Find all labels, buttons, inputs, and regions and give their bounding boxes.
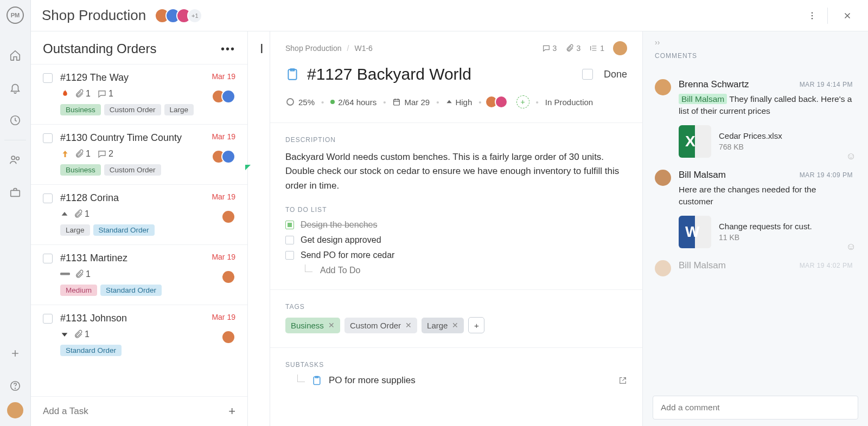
comments-label: COMMENTS — [655, 52, 853, 60]
comment-avatar[interactable] — [655, 170, 671, 186]
column-title: Outstanding Orders — [43, 41, 221, 56]
file-name: Cedar Prices.xlsx — [719, 131, 782, 140]
attachment-icon — [74, 149, 84, 159]
tag-chip[interactable]: Large✕ — [422, 318, 464, 333]
description-text[interactable]: Backyard World needs custom benches. Thi… — [285, 150, 627, 193]
todo-text: Get design approved — [301, 235, 381, 245]
rail-divider — [4, 140, 26, 140]
file-attachment[interactable]: W Change requests for cust.11 KB — [679, 216, 853, 248]
done-checkbox[interactable] — [582, 69, 593, 80]
attachment-count[interactable]: 3 — [565, 44, 580, 53]
todo-checkbox[interactable] — [285, 251, 294, 260]
todo-item[interactable]: Get design approved — [285, 235, 627, 245]
subtask-count[interactable]: 1 — [589, 44, 604, 53]
task-checkbox[interactable] — [43, 133, 53, 143]
priority-icon — [60, 330, 69, 339]
todo-checkbox[interactable] — [285, 236, 294, 244]
header-divider — [827, 8, 828, 24]
project-header: Shop Production +1 — [31, 0, 868, 31]
kebab-menu-icon[interactable] — [802, 6, 822, 25]
clock-icon[interactable] — [9, 114, 22, 127]
todo-item[interactable]: Design the benches — [285, 220, 627, 230]
tag: Standard Order — [60, 345, 122, 356]
remove-tag-icon[interactable]: ✕ — [328, 321, 335, 330]
comment-item: Brenna SchwartzMAR 19 4:14 PM Bill Malsa… — [655, 79, 853, 158]
help-icon[interactable] — [9, 379, 22, 392]
add-todo-input[interactable] — [320, 266, 429, 275]
people-icon[interactable] — [9, 153, 22, 166]
svg-point-8 — [812, 17, 813, 19]
column-menu-icon[interactable]: ••• — [221, 43, 235, 55]
task-owner-avatar[interactable] — [613, 41, 627, 55]
project-member-avatars[interactable]: +1 — [159, 8, 202, 23]
task-card[interactable]: #1130 Country Time County Mar 19 1 2 Bus… — [31, 124, 247, 184]
attachment-icon — [73, 330, 83, 339]
close-icon[interactable] — [838, 6, 857, 25]
add-tag-button[interactable]: + — [468, 317, 484, 333]
comment-avatar[interactable] — [655, 79, 671, 95]
todo-item[interactable]: Send PO for more cedar — [285, 250, 627, 260]
task-card[interactable]: #1131 Martinez Mar 19 1 MediumStandard O… — [31, 244, 247, 305]
priority[interactable]: High — [445, 98, 472, 107]
task-due-date: Mar 19 — [212, 313, 235, 321]
add-task-plus-icon[interactable]: + — [228, 404, 235, 418]
react-icon[interactable]: ☺ — [846, 151, 856, 162]
home-icon[interactable] — [9, 49, 22, 62]
current-user-avatar[interactable] — [7, 402, 23, 418]
open-subtask-icon[interactable] — [618, 376, 627, 385]
task-due-date: Mar 19 — [212, 132, 235, 141]
board-column: Outstanding Orders ••• #1129 The Way Mar… — [31, 31, 248, 426]
collapse-comments-icon[interactable]: ›› — [655, 38, 853, 47]
subtask-row[interactable]: PO for more supplies — [297, 375, 627, 386]
assignee-avatars[interactable] — [226, 210, 235, 224]
app-logo[interactable]: PM — [7, 7, 24, 24]
add-comment-input[interactable] — [661, 403, 850, 412]
mention[interactable]: Bill Malsam — [679, 94, 727, 104]
task-card[interactable]: #1129 The Way Mar 19 1 1 BusinessCustom … — [31, 64, 247, 124]
file-attachment[interactable]: X Cedar Prices.xlsx768 KB — [679, 125, 853, 158]
priority-icon — [60, 273, 70, 276]
add-comment-box[interactable] — [653, 396, 858, 419]
comment-item: Bill MalsamMAR 19 4:02 PM — [655, 260, 853, 276]
task-card[interactable]: #1131 Johnson Mar 19 1 Standard Order — [31, 305, 247, 365]
tag: Medium — [60, 285, 97, 296]
add-icon[interactable] — [9, 347, 22, 360]
subtask-title: PO for more supplies — [329, 375, 612, 386]
remove-tag-icon[interactable]: ✕ — [452, 321, 458, 330]
task-title[interactable]: #1127 Backyard World — [307, 65, 575, 83]
react-icon[interactable]: ☺ — [846, 241, 856, 253]
briefcase-icon[interactable] — [9, 186, 22, 199]
comment-avatar[interactable] — [655, 260, 671, 276]
add-todo-row[interactable] — [305, 266, 627, 275]
todo-checkbox[interactable] — [285, 221, 294, 229]
tag: Large — [164, 104, 194, 115]
svg-point-5 — [15, 388, 16, 389]
task-checkbox[interactable] — [43, 73, 53, 83]
comment-count[interactable]: 3 — [542, 44, 557, 53]
todo-text: Send PO for more cedar — [301, 250, 394, 260]
add-assignee-button[interactable]: + — [516, 95, 529, 108]
task-card[interactable]: #1128 Corina Mar 19 1 LargeStandard Orde… — [31, 184, 247, 244]
assignee-avatars[interactable] — [226, 330, 235, 344]
progress-percent[interactable]: 25% — [285, 97, 315, 107]
due-date[interactable]: Mar 29 — [392, 98, 430, 107]
assignee-avatars[interactable] — [216, 150, 235, 164]
more-members-badge[interactable]: +1 — [187, 8, 202, 23]
breadcrumb-column[interactable]: W1-6 — [354, 44, 372, 53]
file-size: 768 KB — [719, 143, 782, 151]
remove-tag-icon[interactable]: ✕ — [405, 321, 412, 330]
task-checkbox[interactable] — [43, 314, 53, 324]
task-checkbox[interactable] — [43, 193, 53, 203]
assignee-avatars[interactable] — [488, 95, 508, 108]
add-task-row[interactable]: + — [31, 396, 247, 426]
task-status[interactable]: In Production — [545, 98, 593, 107]
add-task-input[interactable] — [43, 406, 228, 417]
bell-icon[interactable] — [9, 81, 22, 94]
breadcrumb-project[interactable]: Shop Production — [285, 44, 342, 53]
tag-chip[interactable]: Custom Order✕ — [344, 318, 417, 333]
tag-chip[interactable]: Business✕ — [285, 318, 340, 333]
effort-hours[interactable]: 2/64 hours — [330, 98, 376, 107]
assignee-avatars[interactable] — [216, 89, 235, 104]
task-checkbox[interactable] — [43, 254, 53, 263]
assignee-avatars[interactable] — [226, 270, 235, 284]
